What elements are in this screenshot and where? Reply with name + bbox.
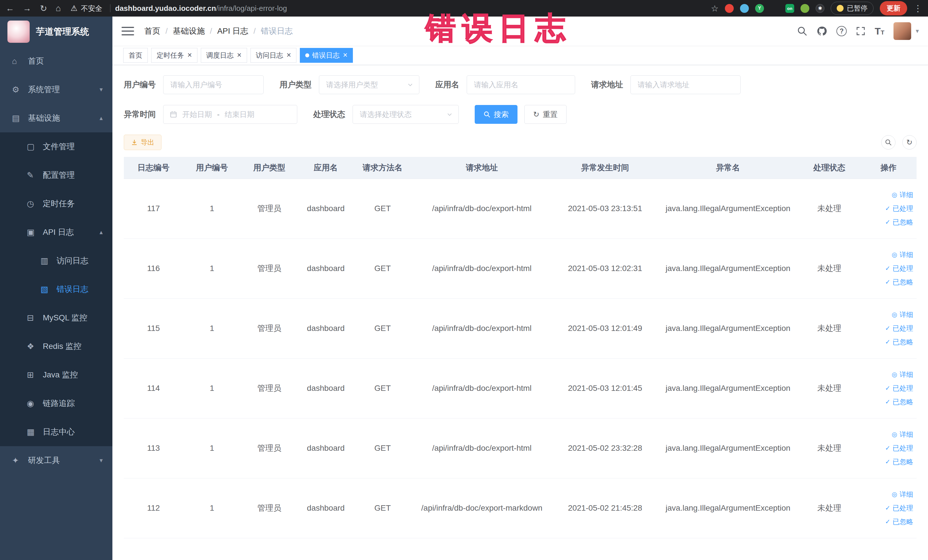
refresh-icon: ↻ — [906, 138, 913, 147]
date-range-picker[interactable]: 开始日期 - 结束日期 — [163, 105, 297, 124]
browser-menu-icon[interactable]: ⋮ — [913, 3, 922, 14]
action-processed-link[interactable]: ✓已处理 — [860, 381, 913, 395]
fullscreen-icon[interactable] — [856, 26, 865, 36]
search-icon[interactable] — [797, 26, 807, 36]
paused-badge[interactable]: 已暂停 — [831, 2, 873, 15]
action-processed-link[interactable]: ✓已处理 — [860, 322, 913, 335]
tab-api-access-log[interactable]: 访问日志× — [250, 48, 297, 63]
user-id-input[interactable] — [163, 75, 264, 94]
breadcrumb-item[interactable]: API 日志 — [217, 26, 249, 37]
export-button[interactable]: 导出 — [124, 135, 162, 150]
close-icon[interactable]: × — [343, 51, 348, 59]
sidebar-item-mysql-monitor[interactable]: ⊟MySQL 监控 — [0, 304, 112, 332]
tab-api-error-log[interactable]: 错误日志× — [300, 48, 353, 63]
breadcrumb-item[interactable]: 基础设施 — [173, 26, 205, 37]
cell-user_type: 管理员 — [241, 179, 298, 238]
search-button[interactable]: 搜索 — [475, 105, 517, 124]
cell-status: 未处理 — [798, 298, 860, 358]
cell-url: /api/infra/db-doc/export-markdown — [411, 478, 552, 538]
tab-job-log[interactable]: 调度日志× — [201, 48, 247, 63]
extension-grid-icon[interactable] — [770, 4, 779, 13]
cell-id: 117 — [124, 179, 183, 238]
extension-blue-icon[interactable] — [740, 4, 749, 13]
close-icon[interactable]: × — [188, 51, 192, 59]
action-detail-link[interactable]: ◎详细 — [860, 188, 913, 202]
close-icon[interactable]: × — [287, 51, 291, 59]
bookmark-star-icon[interactable]: ☆ — [711, 3, 719, 14]
user-type-select[interactable]: 请选择用户类型 — [319, 75, 419, 94]
font-size-icon[interactable]: TT — [875, 26, 884, 36]
action-detail-link[interactable]: ◎详细 — [860, 428, 913, 441]
api-log-icon: ▣ — [27, 227, 41, 237]
sidebar-item-scheduled-jobs[interactable]: ◷定时任务 — [0, 189, 112, 218]
tab-index[interactable]: 首页 — [123, 48, 148, 63]
action-processed-link[interactable]: ✓已处理 — [860, 262, 913, 275]
sidebar-item-log-center[interactable]: ▦日志中心 — [0, 418, 112, 446]
breadcrumb-item[interactable]: 首页 — [144, 26, 160, 37]
app-name-input[interactable] — [467, 75, 575, 94]
filter-user-id: 用户编号 — [124, 75, 264, 94]
extension-leaf-icon[interactable] — [800, 4, 809, 13]
sidebar-item-java-monitor[interactable]: ⊞Java 监控 — [0, 360, 112, 389]
extension-red-icon[interactable] — [725, 4, 734, 13]
action-ignored-link[interactable]: ✓已忽略 — [860, 455, 913, 469]
action-processed-link[interactable]: ✓已处理 — [860, 441, 913, 455]
action-label: 已处理 — [893, 262, 913, 275]
chevron-up-icon: ▴ — [99, 114, 103, 122]
help-icon[interactable]: ? — [836, 26, 847, 36]
extension-paw-icon[interactable]: ✱ — [816, 4, 824, 13]
action-ignored-link[interactable]: ✓已忽略 — [860, 395, 913, 409]
request-url-input[interactable] — [630, 75, 740, 94]
sidebar-item-config-mgmt[interactable]: ✎配置管理 — [0, 161, 112, 189]
avatar[interactable] — [893, 22, 911, 40]
action-ignored-link[interactable]: ✓已忽略 — [860, 275, 913, 289]
sidebar-item-api-log[interactable]: ▣API 日志▴ — [0, 218, 112, 246]
sidebar-item-access-log[interactable]: ▥访问日志 — [0, 246, 112, 275]
toggle-search-button[interactable] — [881, 135, 896, 150]
cell-url: /api/infra/db-doc/export-html — [411, 179, 552, 238]
table-header-row: 日志编号用户编号用户类型应用名请求方法名请求地址异常发生时间异常名处理状态操作 — [124, 157, 917, 179]
site-security-info[interactable]: ⚠ 不安全 — [70, 4, 115, 13]
close-icon[interactable]: × — [237, 51, 242, 59]
refresh-table-button[interactable]: ↻ — [902, 135, 917, 150]
extension-green-icon[interactable]: Y — [755, 4, 764, 13]
forward-icon[interactable]: → — [23, 3, 31, 13]
app-logo[interactable]: 芋道管理系统 — [0, 17, 112, 47]
browser-home-icon[interactable]: ⌂ — [56, 3, 61, 13]
sidebar-item-trace[interactable]: ◉链路追踪 — [0, 389, 112, 418]
sidebar-item-redis-monitor[interactable]: ❖Redis 监控 — [0, 332, 112, 360]
tab-label: 调度日志 — [206, 51, 234, 60]
action-ignored-link[interactable]: ✓已忽略 — [860, 335, 913, 349]
update-button[interactable]: 更新 — [880, 1, 907, 15]
sidebar-item-file-mgmt[interactable]: ▢文件管理 — [0, 132, 112, 161]
sidebar-item-error-log[interactable]: ▧错误日志 — [0, 275, 112, 304]
action-ignored-link[interactable]: ✓已忽略 — [860, 215, 913, 229]
tab-job[interactable]: 定时任务× — [151, 48, 197, 63]
action-ignored-link[interactable]: ✓已忽略 — [860, 515, 913, 529]
action-label: 已处理 — [893, 501, 913, 515]
reload-icon[interactable]: ↻ — [40, 3, 47, 14]
reset-button[interactable]: ↻ 重置 — [524, 105, 566, 124]
extension-on-icon[interactable]: on — [785, 4, 794, 13]
sidebar-item-label: 访问日志 — [56, 255, 89, 266]
cell-user_id: 1 — [183, 358, 241, 418]
sidebar-item-system-mgmt[interactable]: ⚙系统管理▾ — [0, 75, 112, 104]
config-icon: ✎ — [27, 170, 41, 180]
hamburger-icon[interactable] — [122, 27, 134, 35]
action-detail-link[interactable]: ◎详细 — [860, 488, 913, 501]
address-bar[interactable]: dashboard.yudao.iocoder.cn/infra/log/api… — [115, 4, 711, 13]
sidebar-item-dev-tools[interactable]: ✦研发工具▾ — [0, 446, 112, 475]
action-detail-link[interactable]: ◎详细 — [860, 248, 913, 262]
action-detail-link[interactable]: ◎详细 — [860, 368, 913, 381]
process-status-select[interactable]: 请选择处理状态 — [353, 105, 459, 124]
action-processed-link[interactable]: ✓已处理 — [860, 202, 913, 215]
action-processed-link[interactable]: ✓已处理 — [860, 501, 913, 515]
cell-url: /api/infra/db-doc/export-html — [411, 358, 552, 418]
back-icon[interactable]: ← — [6, 3, 14, 13]
github-icon[interactable] — [817, 26, 827, 37]
cell-id: 116 — [124, 238, 183, 298]
sidebar-item-home[interactable]: ⌂首页 — [0, 47, 112, 75]
action-detail-link[interactable]: ◎详细 — [860, 308, 913, 322]
chevron-down-icon[interactable]: ▾ — [916, 27, 919, 35]
sidebar-item-infrastructure[interactable]: ▤基础设施▴ — [0, 104, 112, 132]
